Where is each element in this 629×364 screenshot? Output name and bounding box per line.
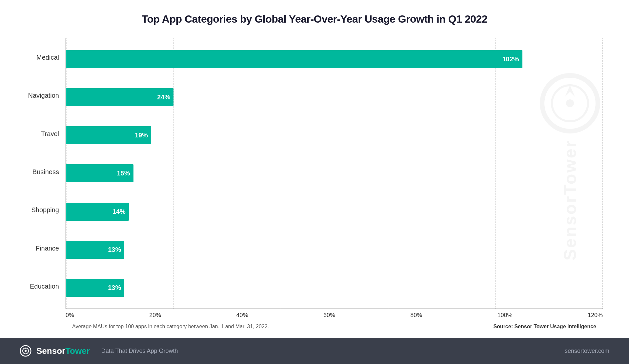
y-axis-label-medical: Medical [26,44,59,71]
bar-shopping: 14% [66,203,129,221]
bar-value-label-finance: 13% [108,246,121,253]
chart-title: Top App Categories by Global Year-Over-Y… [26,13,603,25]
x-axis-label-4: 80% [410,312,422,319]
bar-value-label-business: 15% [117,170,130,177]
bar-value-label-education: 13% [108,284,121,292]
bar-row-shopping: 14% [66,202,603,221]
x-axis-label-1: 20% [149,312,161,319]
x-axis-label-0: 0% [66,312,74,319]
footnote-area: Average MAUs for top 100 apps in each ca… [26,319,603,331]
y-axis-label-navigation: Navigation [26,83,59,109]
x-axis-label-2: 40% [236,312,248,319]
footer-brand: SensorTower [36,346,90,356]
footer-bar: SensorTower Data That Drives App Growth … [0,338,629,364]
brand-sensor: Sensor [36,346,65,356]
y-axis-label-education: Education [26,273,59,300]
footer-url: sensortower.com [565,348,609,354]
bar-row-education: 13% [66,278,603,298]
bar-row-finance: 13% [66,240,603,260]
bars-area: 102%24%19%15%14%13%13% [66,38,603,309]
main-container: SensorTower Top App Categories by Global… [0,0,629,364]
bar-education: 13% [66,279,124,297]
y-axis-labels: MedicalNavigationTravelBusinessShoppingF… [26,38,66,319]
bar-row-medical: 102% [66,49,603,69]
bar-row-business: 15% [66,164,603,183]
svg-point-5 [25,350,27,352]
bar-value-label-medical: 102% [502,55,519,63]
y-axis-label-shopping: Shopping [26,197,59,223]
bar-travel: 19% [66,126,151,144]
brand-tower: Tower [65,346,90,356]
sensortower-logo-icon [20,345,31,357]
bar-finance: 13% [66,241,124,259]
bar-row-navigation: 24% [66,87,603,107]
bars-container: 102%24%19%15%14%13%13% [66,38,603,309]
chart-content: MedicalNavigationTravelBusinessShoppingF… [26,38,603,319]
bar-medical: 102% [66,50,522,68]
y-axis-label-travel: Travel [26,121,59,147]
bar-navigation: 24% [66,88,173,106]
bar-value-label-travel: 19% [135,131,148,139]
x-axis-label-3: 60% [323,312,335,319]
bar-value-label-navigation: 24% [157,93,170,101]
footer-tagline: Data That Drives App Growth [101,348,178,354]
footnote-right: Source: Sensor Tower Usage Intelligence [493,324,603,330]
y-axis-label-business: Business [26,159,59,185]
x-axis-label-6: 120% [588,312,603,319]
chart-plot-area: 102%24%19%15%14%13%13% 0%20%40%60%80%100… [66,38,603,319]
footnote-left: Average MAUs for top 100 apps in each ca… [72,324,269,330]
footer-left: SensorTower Data That Drives App Growth [20,345,178,357]
x-axis-labels: 0%20%40%60%80%100%120% [66,312,603,319]
bar-business: 15% [66,164,133,182]
chart-area: SensorTower Top App Categories by Global… [0,0,629,338]
bar-row-travel: 19% [66,126,603,145]
y-axis-label-finance: Finance [26,235,59,261]
bar-value-label-shopping: 14% [112,208,126,215]
x-axis-label-5: 100% [497,312,513,319]
